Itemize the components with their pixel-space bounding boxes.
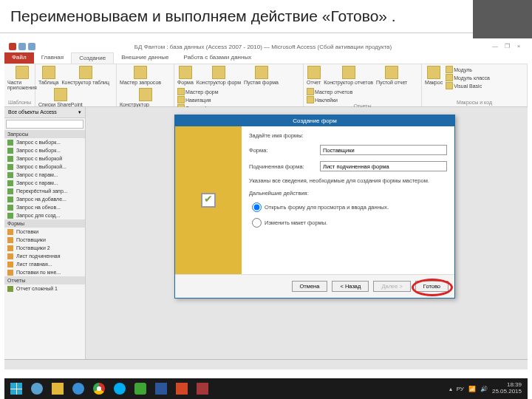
btn-report-design[interactable]: Конструктор отчетов xyxy=(324,66,373,85)
ie-icon[interactable] xyxy=(69,381,87,396)
nav-form-item[interactable]: Поставщики xyxy=(4,236,85,244)
btn-class-module[interactable]: Модуль класса xyxy=(446,74,490,81)
clock[interactable]: 18:3925.05.2015 xyxy=(492,382,525,395)
hp-icon[interactable] xyxy=(28,381,46,396)
access-taskbar-icon[interactable] xyxy=(194,381,211,396)
chrome-icon[interactable] xyxy=(90,381,108,396)
utorrent-icon[interactable] xyxy=(132,381,149,396)
ribbon: Части приложения Шаблоны Таблица Констру… xyxy=(4,64,528,107)
group-templates: Шаблоны xyxy=(7,100,32,105)
nav-query-item[interactable]: Перекрёстный запр... xyxy=(4,187,85,195)
taskbar[interactable]: ▴ РУ 📶 🔊 18:3925.05.2015 xyxy=(4,378,528,399)
close-button[interactable]: × xyxy=(514,43,523,50)
canvas: Создание форм Задайте имя формы: Форма: … xyxy=(86,107,528,359)
nav-form-item[interactable]: Поставщики 2 xyxy=(4,244,85,252)
btn-module[interactable]: Модуль xyxy=(446,66,490,73)
cancel-button[interactable]: Отмена xyxy=(292,281,328,292)
btn-form-wizard[interactable]: Мастер форм xyxy=(177,88,221,95)
wizard-description: Указаны все сведения, необходимые для со… xyxy=(249,177,447,184)
group-macros: Макросы и код xyxy=(425,100,524,105)
window-title: БД Фантом : база данных (Access 2007 - 2… xyxy=(35,44,491,50)
tab-file[interactable]: Файл xyxy=(4,52,34,64)
search-input[interactable] xyxy=(6,120,83,129)
nav-query-item[interactable]: Запрос с выборк... xyxy=(4,138,85,146)
nav-query-item[interactable]: Запрос с парам... xyxy=(4,179,85,187)
skype-icon[interactable] xyxy=(111,381,129,396)
btn-macro[interactable]: Макрос xyxy=(425,66,443,85)
btn-blank-form[interactable]: Пустая форма xyxy=(244,66,279,85)
tab-dbtools[interactable]: Работа с базами данных xyxy=(177,52,259,64)
access-icon xyxy=(9,43,16,50)
tray-up-icon[interactable]: ▴ xyxy=(449,386,452,392)
subform-name-input[interactable] xyxy=(320,161,447,171)
subform-name-label: Подчиненная форма: xyxy=(249,163,316,170)
access-window: БД Фантом : база данных (Access 2007 - 2… xyxy=(4,41,528,369)
nav-query-item[interactable]: Запрос с выборк... xyxy=(4,146,85,154)
btn-report[interactable]: Отчет xyxy=(307,66,321,85)
slide-title: Переименовываем и выполняем действие «Го… xyxy=(0,0,532,33)
form-name-input[interactable] xyxy=(320,145,447,155)
word-icon[interactable] xyxy=(152,381,170,396)
wizard-prompt: Задайте имя формы: xyxy=(249,132,447,139)
nav-query-item[interactable]: Запрос на добавле... xyxy=(4,195,85,203)
nav-query-item[interactable]: Запрос на обнов... xyxy=(4,203,85,211)
restore-button[interactable]: ❐ xyxy=(502,43,511,50)
nav-form-item[interactable]: Поставки xyxy=(4,228,85,236)
navigation-pane[interactable]: Все объекты Access▾ Запросы Запрос с выб… xyxy=(4,107,86,359)
radio-modify-form[interactable] xyxy=(252,218,262,228)
radio-open-label: Открыть форму для просмотра и ввода данн… xyxy=(265,204,389,211)
nav-report-item[interactable]: Отчет сложный 1 xyxy=(4,284,85,293)
btn-table[interactable]: Таблица xyxy=(38,66,58,85)
btn-blank-report[interactable]: Пустой отчет xyxy=(376,66,407,85)
titlebar: БД Фантом : база данных (Access 2007 - 2… xyxy=(4,41,528,52)
radio-modify-label: Изменить макет формы. xyxy=(265,219,327,226)
ribbon-tabs: Файл Главная Создание Внешние данные Раб… xyxy=(4,52,528,64)
wizard-question: Дальнейшие действия: xyxy=(249,190,447,197)
navpane-header[interactable]: Все объекты Access xyxy=(8,109,57,115)
nav-form-item[interactable]: Лист главная... xyxy=(4,260,85,268)
start-button[interactable] xyxy=(7,381,25,396)
form-name-label: Форма: xyxy=(249,147,316,154)
nav-form-item[interactable]: Поставки по мне... xyxy=(4,268,85,276)
radio-open-form[interactable] xyxy=(252,202,262,212)
qat xyxy=(9,43,35,50)
tab-external[interactable]: Внешние данные xyxy=(114,52,176,64)
nav-query-item[interactable]: Запрос для созд... xyxy=(4,211,85,219)
btn-query-wizard[interactable]: Мастер запросов xyxy=(120,66,161,85)
btn-table-design[interactable]: Конструктор таблиц xyxy=(61,66,109,85)
btn-form-design[interactable]: Конструктор форм xyxy=(197,66,241,85)
volume-icon[interactable]: 🔊 xyxy=(480,386,488,392)
status-bar xyxy=(4,359,528,369)
finish-button[interactable]: Готово xyxy=(415,281,449,292)
btn-sharepoint[interactable]: Списки SharePoint xyxy=(38,88,83,107)
btn-report-wizard[interactable]: Мастер отчетов xyxy=(307,88,352,95)
nav-query-item[interactable]: Запрос с парам... xyxy=(4,171,85,179)
minimize-button[interactable]: — xyxy=(491,43,499,50)
tab-create[interactable]: Создание xyxy=(71,52,114,64)
btn-form[interactable]: Форма xyxy=(177,66,194,85)
nav-group-reports[interactable]: Отчеты xyxy=(4,276,85,284)
wizard-title: Создание форм xyxy=(175,115,454,126)
wifi-icon[interactable]: 📶 xyxy=(468,386,476,392)
nav-form-item[interactable]: Лист подчиненная xyxy=(4,252,85,260)
nav-group-queries[interactable]: Запросы xyxy=(4,130,85,138)
btn-labels[interactable]: Наклейки xyxy=(307,96,352,103)
back-button[interactable]: < Назад xyxy=(332,281,369,292)
next-button[interactable]: Далее > xyxy=(373,281,410,292)
explorer-icon[interactable] xyxy=(49,381,66,396)
btn-navigation[interactable]: Навигация xyxy=(177,96,221,103)
btn-app-parts[interactable]: Части приложения xyxy=(7,66,37,90)
chevron-down-icon[interactable]: ▾ xyxy=(78,109,81,115)
undo-icon[interactable] xyxy=(28,43,35,50)
btn-visual-basic[interactable]: Visual Basic xyxy=(446,82,490,89)
powerpoint-icon[interactable] xyxy=(173,381,191,396)
form-wizard-dialog: Создание форм Задайте имя формы: Форма: … xyxy=(174,115,455,299)
nav-query-item[interactable]: Запрос с выборкой... xyxy=(4,163,85,171)
nav-query-item[interactable]: Запрос с выборкой xyxy=(4,154,85,163)
save-icon[interactable] xyxy=(18,43,26,50)
checkmark-icon xyxy=(201,193,216,208)
wizard-graphic xyxy=(175,126,242,274)
nav-group-forms[interactable]: Формы xyxy=(4,219,85,228)
tab-home[interactable]: Главная xyxy=(34,52,71,64)
lang-indicator[interactable]: РУ xyxy=(457,386,464,392)
